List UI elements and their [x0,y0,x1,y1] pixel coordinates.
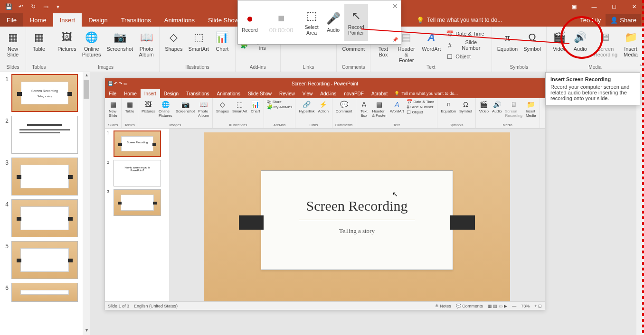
wordart-button[interactable]: AWordArt [419,28,443,53]
nested-tab-novapdf[interactable]: novaPDF [340,89,368,98]
qat-more-icon[interactable]: ▾ [52,1,64,12]
record-icon: ● [246,12,254,25]
maximize-button[interactable]: ☐ [604,0,624,13]
nested-thumbs: 1Screen Recording 2How to screen record … [105,129,169,301]
video-icon: 🎬 [552,30,567,45]
nested-tab-design[interactable]: Design [160,89,182,98]
object-label: Object [455,54,471,59]
screen-recording-button[interactable]: 🖥Screen Recording [591,28,620,59]
thumb-5[interactable]: 5 [0,239,90,281]
thumb-6[interactable]: 6 [0,281,90,304]
table-label: Table [33,46,45,52]
nested-notes[interactable]: ≜ Notes [435,304,451,308]
share-button[interactable]: 👤 Share [606,14,641,26]
nested-tab-addins[interactable]: Add-ins [316,89,340,98]
record-pointer-button[interactable]: ↖Record Pointer [344,4,368,41]
start-from-beginning-icon[interactable]: ▭ [40,1,51,12]
undo-icon[interactable]: ↶ [15,1,27,12]
equation-button[interactable]: πEquation [495,28,520,53]
save-icon[interactable]: 💾 [3,1,14,12]
close-button[interactable]: ✕ [624,0,644,13]
screenshot-button[interactable]: 📷Screenshot [104,28,136,53]
thumb-1[interactable]: 1 Screen RecordingTelling a story [0,72,90,114]
float-audio-button[interactable]: 🎤Audio [322,4,344,41]
thumb-2[interactable]: 2 [0,114,90,156]
symbol-icon: Ω [525,30,540,45]
screenshot-icon: 📷 [112,30,127,45]
nested-tab-file[interactable]: File [105,89,120,98]
nested-tab-review[interactable]: Review [275,89,299,98]
date-icon: 📅 [446,30,454,37]
record-button[interactable]: ●Record [238,4,262,41]
user-name[interactable]: Teo Lily [580,17,601,24]
tab-animations[interactable]: Animations [158,13,201,27]
nested-tab-insert[interactable]: Insert [141,89,160,98]
slide-number-button[interactable]: #Slide Number [444,39,489,51]
nested-thumb-3[interactable]: 3 [107,189,167,216]
wordart-label: WordArt [422,46,441,52]
group-links-label: Links [303,65,314,71]
float-audio-label: Audio [327,27,340,33]
tab-design[interactable]: Design [82,13,114,27]
photo-album-button[interactable]: 📖Photo Album [136,28,156,59]
nested-tab-view[interactable]: View [299,89,317,98]
tab-insert[interactable]: Insert [53,13,82,27]
thumbs-scrollbar[interactable]: ▴▾ [83,72,90,335]
pointer-icon: ↖ [351,9,361,22]
redo-icon[interactable]: ↻ [28,1,39,12]
nested-tab-slideshow[interactable]: Slide Show [244,89,275,98]
nested-zoom[interactable]: 73% [521,304,530,308]
object-icon: ☐ [446,53,454,60]
online-pictures-button[interactable]: 🌐Online Pictures [80,28,104,59]
nested-comments[interactable]: 💬 Comments [456,304,483,308]
thumb-1-sub: Telling a story [24,95,66,98]
shapes-button[interactable]: ◇Shapes [162,28,185,53]
nested-tab-animations[interactable]: Animations [213,89,244,98]
nested-view-icons[interactable]: ▦ ▤ ▭ ▶ [488,304,508,308]
nested-slide-indicator: Slide 1 of 3 [108,304,129,308]
float-close-icon[interactable]: ✕ [392,2,398,10]
new-slide-label: New Slide [7,46,19,57]
nested-tellme[interactable]: 💡Tell me what you want to do... [391,89,545,98]
object-button[interactable]: ☐Object [444,52,489,61]
minimize-button[interactable]: — [584,0,604,13]
tell-me-search[interactable]: 💡 Tell me what you want to do... [417,17,577,24]
float-pin-icon[interactable]: 📌 [392,37,398,42]
insert-media-button[interactable]: 📁Insert Media [621,28,641,59]
new-slide-button[interactable]: ▦New Slide [3,28,23,59]
thumb-4[interactable]: 4 [0,197,90,239]
work-area: 1 Screen RecordingTelling a story 2 3 4 … [0,72,644,335]
tab-home[interactable]: Home [23,13,53,27]
ribbon-display-icon[interactable]: ▣ [564,0,584,13]
nested-tabs: File Home Insert Design Transitions Anim… [105,89,545,98]
select-area-button[interactable]: ⬚Select Area [301,4,322,41]
smartart-label: SmartArt [188,46,208,52]
date-time-button[interactable]: 📅Date & Time [444,29,489,38]
stop-button[interactable]: ■00:00:00 [262,4,301,41]
photo-album-icon: 📖 [139,30,154,45]
select-area-icon: ⬚ [306,9,317,22]
nested-tab-acrobat[interactable]: Acrobat [368,89,391,98]
nested-tab-home[interactable]: Home [120,89,141,98]
nested-tab-transitions[interactable]: Transitions [182,89,213,98]
slidenum-icon: # [446,41,454,49]
nested-thumb-2[interactable]: 2How to screen record in PowerPoint? [107,160,167,186]
group-comments-label: Comments [342,65,365,71]
smartart-button[interactable]: ⬚SmartArt [186,28,211,53]
select-area-label: Select Area [304,24,318,36]
pictures-button[interactable]: 🖼Pictures [55,28,79,53]
chart-label: Chart [216,46,228,52]
tab-file[interactable]: File [0,13,23,27]
symbol-button[interactable]: ΩSymbol [521,28,543,53]
share-icon: 👤 [610,17,618,24]
chart-button[interactable]: 📊Chart [212,28,232,53]
nested-slide[interactable]: Screen Recording Telling a story ↖ [204,132,510,303]
audio-button[interactable]: 🔊Audio [570,28,590,53]
group-images-label: Images [98,65,114,71]
tab-transitions[interactable]: Transitions [114,13,158,27]
thumb-3[interactable]: 3 [0,156,90,197]
record-pointer-label: Record Pointer [348,24,364,36]
nested-thumb-1[interactable]: 1Screen Recording [107,130,167,157]
table-button[interactable]: ▦Table [29,28,49,53]
video-button[interactable]: 🎬Video [549,28,569,53]
